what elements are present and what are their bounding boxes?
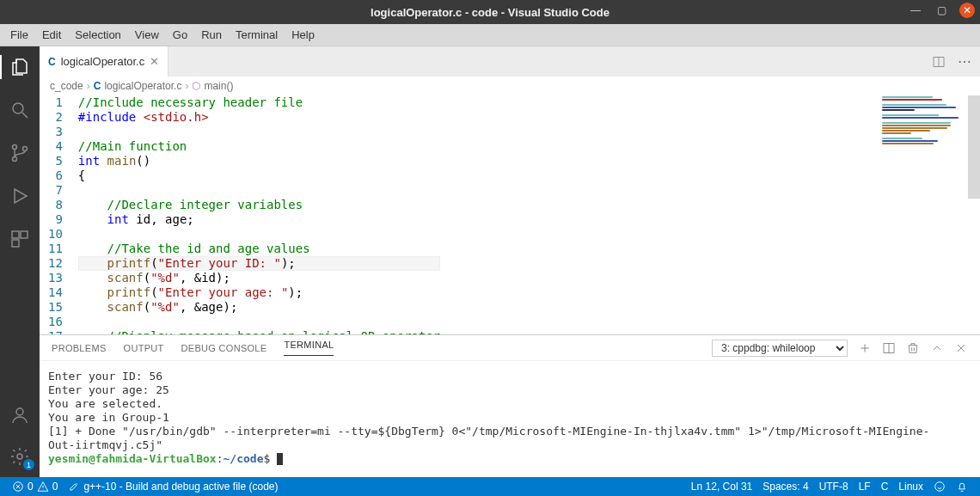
activity-accounts[interactable] <box>0 401 40 429</box>
svg-point-2 <box>13 157 17 162</box>
branch-icon <box>9 143 30 163</box>
svg-point-0 <box>13 103 23 113</box>
svg-point-1 <box>13 145 17 150</box>
svg-point-3 <box>23 147 28 151</box>
kill-terminal-icon[interactable] <box>906 341 920 355</box>
scroll-thumb[interactable] <box>968 95 980 199</box>
tab-logicaloperator[interactable]: C logicalOperator.c ✕ <box>40 46 168 77</box>
activity-source-control[interactable] <box>0 139 40 167</box>
error-icon <box>12 481 24 493</box>
activity-explorer[interactable] <box>0 53 40 81</box>
svg-point-12 <box>935 482 945 492</box>
svg-rect-6 <box>12 240 19 247</box>
feedback-smiley-icon <box>934 481 946 493</box>
panel-tab-output[interactable]: OUTPUT <box>124 343 164 353</box>
menubar: FileEditSelectionViewGoRunTerminalHelp <box>0 24 980 46</box>
status-notifications[interactable] <box>951 481 973 493</box>
activity-extensions[interactable] <box>0 225 40 253</box>
vertical-scrollbar[interactable] <box>968 95 980 334</box>
activity-search[interactable] <box>0 96 40 124</box>
tools-icon <box>68 481 80 493</box>
account-icon <box>9 405 30 426</box>
terminal-selector[interactable]: 3: cppdbg: whileloop <box>712 340 848 357</box>
svg-point-7 <box>16 408 23 415</box>
status-os[interactable]: Linux <box>893 481 928 493</box>
menu-selection[interactable]: Selection <box>68 24 127 46</box>
editor-group: C logicalOperator.c ✕ ⋯ c_code › C logic… <box>40 46 980 477</box>
menu-run[interactable]: Run <box>194 24 229 46</box>
status-problems[interactable]: 0 0 <box>7 481 63 493</box>
status-eol[interactable]: LF <box>854 481 876 493</box>
menu-help[interactable]: Help <box>285 24 322 46</box>
terminal-content[interactable]: Enter your ID: 56Enter your age: 25You a… <box>40 361 980 477</box>
svg-rect-4 <box>12 231 19 238</box>
menu-edit[interactable]: Edit <box>35 24 68 46</box>
new-terminal-icon[interactable] <box>858 341 872 355</box>
window-maximize-button[interactable]: ▢ <box>934 3 949 18</box>
menu-terminal[interactable]: Terminal <box>229 24 285 46</box>
split-editor-icon[interactable] <box>932 55 946 69</box>
tab-close-icon[interactable]: ✕ <box>150 55 159 68</box>
code-content[interactable]: //Include necessary header file#include … <box>78 95 440 334</box>
run-icon <box>9 186 30 206</box>
editor[interactable]: 12345678910111213141516171819 //Include … <box>40 95 980 334</box>
window-close-button[interactable]: ✕ <box>959 3 975 18</box>
breadcrumb-root[interactable]: c_code <box>50 80 83 92</box>
close-panel-icon[interactable] <box>954 341 968 355</box>
settings-badge: 1 <box>23 459 34 470</box>
status-lncol[interactable]: Ln 12, Col 31 <box>686 481 757 493</box>
panel-tab-problems[interactable]: PROBLEMS <box>52 343 107 353</box>
breadcrumb-symbol[interactable]: main() <box>204 80 233 92</box>
c-file-icon: C <box>48 56 56 68</box>
more-actions-icon[interactable]: ⋯ <box>958 53 971 70</box>
activity-bar: 1 <box>0 46 40 477</box>
menu-file[interactable]: File <box>3 24 35 46</box>
svg-point-8 <box>17 454 22 459</box>
svg-rect-5 <box>21 231 28 238</box>
editor-tabs: C logicalOperator.c ✕ ⋯ <box>40 46 980 77</box>
chevron-right-icon: › <box>87 80 90 92</box>
breadcrumb[interactable]: c_code › C logicalOperator.c › ⬡ main() <box>40 77 980 95</box>
window-titlebar: logicalOperator.c - code - Visual Studio… <box>0 0 980 24</box>
panel-tab-terminal[interactable]: TERMINAL <box>284 340 334 356</box>
activity-run-debug[interactable] <box>0 182 40 210</box>
extensions-icon <box>9 229 30 249</box>
activity-settings[interactable]: 1 <box>0 443 40 470</box>
window-title: logicalOperator.c - code - Visual Studio… <box>0 6 980 19</box>
panel-tabs: PROBLEMSOUTPUTDEBUG CONSOLETERMINAL 3: c… <box>40 335 980 361</box>
files-icon <box>9 57 30 77</box>
split-terminal-icon[interactable] <box>882 341 896 355</box>
menu-view[interactable]: View <box>128 24 166 46</box>
minimap[interactable] <box>882 95 968 147</box>
chevron-up-icon[interactable] <box>930 341 944 355</box>
status-language[interactable]: C <box>876 481 894 493</box>
c-file-icon: C <box>94 80 101 92</box>
breadcrumb-file[interactable]: logicalOperator.c <box>104 80 181 92</box>
status-feedback[interactable] <box>928 481 951 493</box>
bell-icon <box>956 481 968 493</box>
warning-icon <box>37 481 49 493</box>
symbol-function-icon: ⬡ <box>192 80 200 92</box>
tab-label: logicalOperator.c <box>61 55 145 68</box>
chevron-right-icon: › <box>185 80 188 92</box>
window-minimize-button[interactable]: — <box>908 3 923 18</box>
status-build-task[interactable]: g++-10 - Build and debug active file (co… <box>63 481 283 493</box>
search-icon <box>9 100 30 120</box>
status-spaces[interactable]: Spaces: 4 <box>757 481 813 493</box>
panel: PROBLEMSOUTPUTDEBUG CONSOLETERMINAL 3: c… <box>40 335 980 477</box>
status-encoding[interactable]: UTF-8 <box>814 481 854 493</box>
menu-go[interactable]: Go <box>166 24 194 46</box>
panel-tab-debug-console[interactable]: DEBUG CONSOLE <box>181 343 267 353</box>
line-number-gutter: 12345678910111213141516171819 <box>40 95 78 334</box>
statusbar: 0 0 g++-10 - Build and debug active file… <box>0 477 980 496</box>
